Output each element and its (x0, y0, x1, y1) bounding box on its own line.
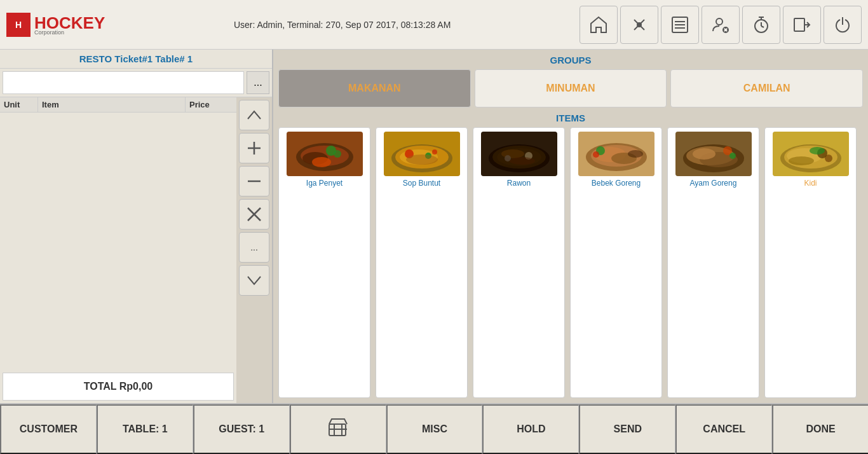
items-label: ITEMS (278, 113, 863, 123)
item-sop-buntut-img (384, 132, 460, 176)
group-minuman-label: MINUMAN (546, 83, 595, 94)
header-icons (580, 6, 862, 44)
svg-point-47 (501, 149, 524, 158)
group-camilan-label: CAMILAN (743, 83, 790, 94)
item-ayam-goreng-img (675, 132, 752, 176)
svg-text:H: H (15, 20, 22, 30)
cart-button[interactable] (290, 404, 386, 454)
svg-point-50 (510, 157, 535, 165)
user-settings-button[interactable] (702, 6, 740, 44)
subtract-button[interactable] (239, 166, 269, 196)
group-camilan-button[interactable]: CAMILAN (670, 69, 863, 107)
svg-point-71 (825, 155, 832, 162)
item-iga-penyet-name: Iga Penyet (306, 179, 342, 188)
svg-point-41 (432, 149, 437, 155)
item-kidi[interactable]: Kidi (764, 127, 857, 398)
svg-rect-20 (794, 18, 804, 31)
table-button[interactable]: TABLE: 1 (97, 404, 193, 454)
scroll-down-button[interactable] (239, 265, 269, 296)
item-sop-buntut-name: Sop Buntut (403, 179, 440, 188)
left-panel: RESTO Ticket#1 Table# 1 ... Unit Item Pr… (0, 50, 273, 403)
timer-button[interactable] (742, 6, 780, 44)
svg-point-73 (810, 147, 825, 155)
item-kidi-img (773, 132, 849, 176)
tools-button[interactable] (620, 6, 658, 44)
order-dots-button[interactable]: ... (247, 71, 269, 94)
hold-label: HOLD (517, 423, 545, 435)
svg-point-72 (789, 156, 814, 165)
item-kidi-name: Kidi (804, 179, 817, 188)
home-button[interactable] (580, 6, 618, 44)
misc-label: MISC (422, 423, 447, 435)
header: H HOCKEY Corporation User: Admin, Termin… (0, 0, 868, 50)
delete-button[interactable] (239, 199, 269, 230)
cancel-button[interactable]: CANCEL (675, 404, 772, 454)
item-bebek-goreng-img (578, 132, 654, 176)
item-iga-penyet[interactable]: Iga Penyet (278, 127, 370, 398)
ticket-title: RESTO Ticket#1 Table# 1 (0, 50, 272, 69)
done-button[interactable]: DONE (772, 404, 868, 454)
group-minuman-button[interactable]: MINUMAN (475, 69, 667, 107)
col-unit: Unit (0, 97, 38, 112)
add-button[interactable] (239, 133, 269, 163)
svg-line-17 (761, 26, 764, 27)
logo: H HOCKEY Corporation (6, 13, 105, 37)
table-header: Unit Item Price (0, 97, 236, 113)
svg-point-63 (693, 148, 715, 160)
control-buttons: ... (236, 97, 272, 403)
item-iga-penyet-img (287, 132, 363, 176)
svg-point-33 (334, 150, 341, 158)
main-area: RESTO Ticket#1 Table# 1 ... Unit Item Pr… (0, 50, 868, 403)
svg-point-58 (628, 150, 643, 158)
order-input-row: ... (0, 69, 272, 97)
logo-text-group: HOCKEY Corporation (34, 13, 105, 36)
more-dots-label: ... (250, 242, 258, 252)
svg-point-9 (716, 18, 722, 25)
more-options-button[interactable]: ... (239, 232, 269, 263)
misc-button[interactable]: MISC (386, 404, 483, 454)
svg-point-57 (593, 151, 599, 158)
cancel-label: CANCEL (703, 423, 745, 435)
svg-point-42 (406, 155, 438, 165)
guest-button[interactable]: GUEST: 1 (193, 404, 290, 454)
item-bebek-goreng[interactable]: Bebek Goreng (570, 127, 662, 398)
item-bebek-goreng-name: Bebek Goreng (592, 179, 641, 188)
item-ayam-goreng-name: Ayam Goreng (690, 179, 737, 188)
item-rawon-name: Rawon (507, 179, 531, 188)
send-button[interactable]: SEND (579, 404, 675, 454)
svg-point-65 (729, 153, 736, 159)
order-list-section: Unit Item Price TOTAL Rp0,00 (0, 97, 236, 403)
item-ayam-goreng[interactable]: Ayam Goreng (667, 127, 759, 398)
item-sop-buntut[interactable]: Sop Buntut (376, 127, 468, 398)
customer-label: CUSTOMER (20, 423, 78, 435)
logo-box: H (6, 13, 31, 37)
customer-button[interactable]: CUSTOMER (0, 404, 97, 454)
power-button[interactable] (824, 6, 862, 44)
svg-point-34 (312, 157, 331, 167)
total-bar: TOTAL Rp0,00 (3, 373, 234, 401)
bottom-bar: CUSTOMER TABLE: 1 GUEST: 1 MISC HOLD SEN… (0, 403, 868, 454)
groups-label: GROUPS (278, 55, 863, 65)
hold-button[interactable]: HOLD (482, 404, 579, 454)
col-price: Price (186, 97, 236, 112)
exit-button[interactable] (783, 6, 821, 44)
send-label: SEND (614, 423, 642, 435)
items-grid: Iga Penyet Sop Buntut (278, 127, 863, 398)
svg-point-4 (637, 23, 641, 27)
item-rawon[interactable]: Rawon (473, 127, 565, 398)
group-makanan-button[interactable]: MAKANAN (278, 69, 471, 107)
order-items-area (0, 113, 236, 370)
table-label: TABLE: 1 (123, 423, 168, 435)
list-button[interactable] (661, 6, 699, 44)
col-item: Item (38, 97, 186, 112)
right-panel: GROUPS MAKANAN MINUMAN CAMILAN ITEMS (273, 50, 868, 403)
guest-label: GUEST: 1 (219, 423, 264, 435)
done-label: DONE (806, 423, 835, 435)
user-info: User: Admin, Terminal: 270, Sep 07 2017,… (234, 20, 451, 30)
groups-row: MAKANAN MINUMAN CAMILAN (278, 69, 863, 107)
scroll-up-button[interactable] (239, 100, 269, 130)
item-rawon-img (481, 132, 557, 176)
order-search-input[interactable] (3, 71, 244, 94)
group-makanan-label: MAKANAN (348, 83, 401, 94)
